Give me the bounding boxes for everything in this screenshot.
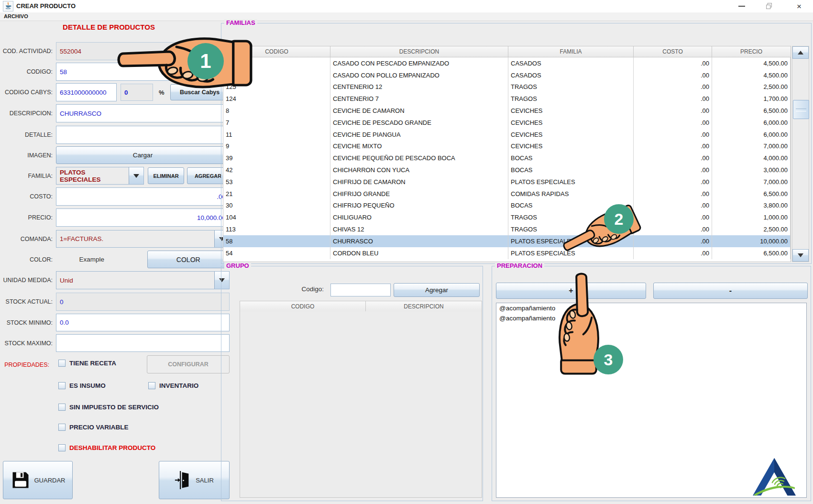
detalle-label: DETALLE:: [0, 131, 56, 138]
familias-cell: CEVICHES: [508, 129, 634, 141]
familias-table-row[interactable]: 42CHICHARRON CON YUCABOCAS.003,000.00: [223, 164, 791, 176]
stock-minimo-label: STOCK MINIMO:: [0, 319, 56, 326]
familias-table-row[interactable]: 21CHIFRIJO GRANDECOMIDAS RAPIDAS.006,500…: [223, 188, 791, 200]
grupo-table-body: [240, 311, 482, 498]
costo-field[interactable]: .00: [56, 187, 230, 206]
familias-vertical-scrollbar[interactable]: [792, 46, 809, 262]
impuesto-field[interactable]: 0: [121, 84, 153, 101]
guardar-label: GUARDAR: [34, 477, 65, 484]
sin-impuesto-checkbox-row[interactable]: SIN IMPUESTO DE SERVICIO: [58, 404, 159, 411]
familias-table-row[interactable]: 39CEVICHE PEQUEÑO DE PESCADO BOCABOCAS.0…: [223, 152, 791, 164]
familias-column-header[interactable]: CODIGO: [223, 46, 330, 57]
stock-actual-value: 0: [60, 298, 64, 306]
familias-cell: 1,700.00: [712, 93, 791, 105]
familias-table-row[interactable]: 30CHIFRIJO PEQUEÑOBOCAS.003,800.00: [223, 200, 791, 212]
scroll-up-button[interactable]: [792, 46, 809, 59]
familias-table-row[interactable]: 113CHIVAS 12TRAGOS.002,500.00: [223, 223, 791, 235]
familias-column-header[interactable]: DESCRIPCION: [330, 46, 508, 57]
codigo-field[interactable]: 58: [56, 63, 230, 81]
es-insumo-checkbox-row[interactable]: ES INSUMO: [58, 382, 106, 389]
familias-cell: CASADO CON PESCADO EMPANIZADO: [330, 57, 508, 69]
familias-table-row[interactable]: CASADO CON POLLO EMPANIZADOCASADOS.004,5…: [223, 69, 791, 81]
precio-variable-checkbox[interactable]: [58, 424, 66, 431]
stock-actual-field[interactable]: 0: [56, 293, 230, 311]
close-button[interactable]: ×: [792, 0, 806, 12]
salir-label: SALIR: [196, 477, 214, 484]
familias-header-row: CODIGODESCRIPCIONFAMILIACOSTOPRECIO: [223, 46, 791, 57]
familias-cell: 104: [223, 211, 330, 223]
detalle-field[interactable]: [56, 126, 230, 144]
preparacion-add-button[interactable]: +: [496, 283, 646, 299]
unidad-medida-value: Unid: [56, 272, 214, 289]
tiene-receta-checkbox[interactable]: [58, 360, 66, 367]
familias-table-row[interactable]: 58CHURRASCOPLATOS ESPECIALES.0010,000.00: [223, 235, 791, 247]
unidad-medida-combobox[interactable]: Unid: [56, 271, 230, 289]
familias-column-header[interactable]: PRECIO: [712, 46, 791, 57]
deshabilitar-producto-checkbox-row[interactable]: DESHABILITAR PRODUCTO: [58, 444, 155, 451]
familias-column-header[interactable]: FAMILIA: [508, 46, 634, 57]
codigo-cabys-row: CODIGO CABYS: 6331000000000 0 % Buscar C…: [0, 83, 230, 101]
familias-table-row[interactable]: 54CORDON BLEUPLATOS ESPECIALES.006,500.0…: [223, 247, 791, 259]
scrollbar-thumb[interactable]: [793, 100, 809, 119]
descripcion-field[interactable]: CHURRASCO: [56, 104, 230, 122]
scroll-down-button[interactable]: [792, 249, 809, 262]
descripcion-label: DESCRIPCION:: [0, 110, 56, 117]
grupo-codigo-input[interactable]: [330, 284, 391, 296]
cod-actividad-field[interactable]: 552004: [56, 42, 230, 60]
codigo-cabys-field[interactable]: 6331000000000: [56, 83, 117, 101]
familia-label: FAMILIA:: [0, 173, 56, 179]
precio-field[interactable]: 10,000.00: [56, 208, 230, 227]
salir-button[interactable]: SALIR: [159, 461, 230, 499]
descripcion-value: CHURRASCO: [60, 110, 101, 117]
familias-table-row[interactable]: 8CEVICHE DE CAMARONCEVICHES.006,500.00: [223, 105, 791, 117]
scroll-down-icon: [798, 253, 803, 257]
preparacion-list-item[interactable]: @acompañamiento: [496, 303, 806, 313]
es-insumo-checkbox[interactable]: [58, 382, 66, 389]
cod-actividad-value: 552004: [60, 48, 81, 55]
comanda-combobox[interactable]: 1=FACTURAS.: [56, 230, 230, 248]
familias-table-row[interactable]: 11CEVICHE DE PIANGUACEVICHES.006,000.00: [223, 129, 791, 141]
cargar-imagen-button[interactable]: Cargar: [56, 146, 230, 164]
familias-table-row[interactable]: CASADO CON PESCADO EMPANIZADOCASADOS.004…: [223, 57, 791, 69]
familias-table-row[interactable]: 53CHIFRIJO DE CAMARONPLATOS ESPECIALES.0…: [223, 176, 791, 188]
familias-cell: TRAGOS: [508, 211, 634, 223]
deshabilitar-producto-checkbox[interactable]: [58, 444, 66, 451]
familias-cell: .00: [634, 81, 712, 93]
guardar-button[interactable]: GUARDAR: [3, 461, 73, 499]
unidad-medida-label: UNIDAD MEDIDA:: [0, 277, 56, 284]
menu-archivo[interactable]: ARCHIVO: [4, 13, 28, 19]
familia-combobox[interactable]: PLATOS ESPECIALES: [56, 167, 144, 185]
grupo-agregar-button[interactable]: Agregar: [394, 283, 480, 297]
maximize-button[interactable]: [762, 0, 776, 12]
familia-eliminar-button[interactable]: ELIMINAR: [148, 167, 184, 184]
familias-cell: .00: [634, 200, 712, 212]
inventario-checkbox-row[interactable]: INVENTARIO: [148, 382, 198, 389]
familias-table-row[interactable]: 124CENTENERIO 7TRAGOS.001,700.00: [223, 93, 791, 105]
precio-variable-checkbox-row[interactable]: PRECIO VARIABLE: [58, 424, 129, 431]
familias-table-row[interactable]: 7CEVICHE DE PESCADO GRANDECEVICHES.006,0…: [223, 117, 791, 129]
grupo-column-header[interactable]: CODIGO: [240, 301, 366, 312]
crear-producto-window: CREAR PRODUCTO × ARCHIVO DETALLE DE PROD…: [0, 0, 813, 504]
buscar-cabys-button[interactable]: Buscar Cabys: [170, 84, 230, 100]
familias-cell: PLATOS ESPECIALES: [508, 247, 634, 259]
inventario-checkbox[interactable]: [148, 382, 155, 389]
tiene-receta-checkbox-row[interactable]: TIENE RECETA: [58, 360, 116, 367]
stock-minimo-row: STOCK MINIMO: 0.0: [0, 314, 230, 331]
familia-dropdown-arrow-icon[interactable]: [129, 167, 143, 184]
minimize-button[interactable]: [735, 0, 749, 12]
familias-cell: 58: [223, 235, 330, 247]
familias-column-header[interactable]: COSTO: [634, 46, 712, 57]
preparacion-list-item[interactable]: @acompañamiento: [496, 313, 806, 323]
color-button[interactable]: COLOR: [147, 251, 230, 268]
preparacion-remove-button[interactable]: -: [653, 283, 808, 299]
familias-table-row[interactable]: 9CEVICHE MIXTOCEVICHES.007,000.00: [223, 141, 791, 153]
familias-cell: CASADOS: [508, 69, 634, 81]
familias-table-row[interactable]: 104CHILIGUAROTRAGOS.001,000.00: [223, 211, 791, 223]
sin-impuesto-checkbox[interactable]: [58, 404, 66, 411]
stock-minimo-field[interactable]: 0.0: [56, 314, 230, 331]
grupo-column-header[interactable]: DESCRIPCION: [366, 301, 482, 312]
familias-cell: CEVICHE DE PESCADO GRANDE: [330, 117, 508, 129]
familias-table-row[interactable]: 125CENTENERIO 12TRAGOS.002,500.00: [223, 81, 791, 93]
stock-maximo-field[interactable]: [56, 334, 230, 352]
configurar-button[interactable]: CONFIGURAR: [147, 355, 230, 373]
